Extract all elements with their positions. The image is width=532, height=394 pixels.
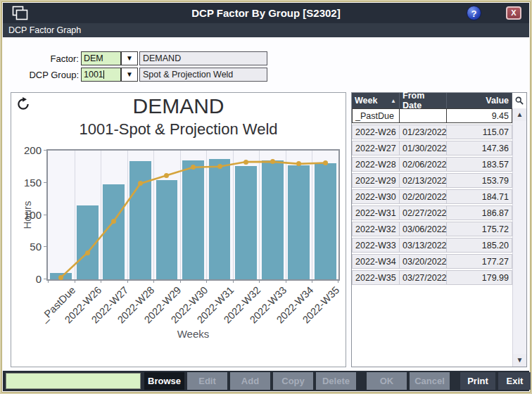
table-row[interactable]: 2022-W3303/13/2022185.20 xyxy=(352,238,512,253)
table-row[interactable]: 2022-W2902/13/2022153.79 xyxy=(352,173,512,188)
window-title: DCP Factor By Group [S2302] xyxy=(3,7,529,19)
vertical-scrollbar[interactable]: ▲ ▼ xyxy=(512,108,526,367)
dcp-group-dropdown-icon[interactable]: ▼ xyxy=(121,68,138,82)
x-tick-mark xyxy=(180,279,181,283)
line-marker xyxy=(58,275,63,280)
cell-week: 2022-W27 xyxy=(352,141,400,155)
y-tick-mark xyxy=(44,215,48,215)
cell-date: 03/13/2022 xyxy=(400,238,447,253)
cell-value: 179.99 xyxy=(447,270,512,285)
cell-week: 2022-W31 xyxy=(352,205,400,220)
column-header-from-date[interactable]: From Date xyxy=(400,93,447,108)
copy-button: Copy xyxy=(273,372,313,390)
cascade-windows-icon[interactable] xyxy=(12,6,29,21)
x-tick-mark xyxy=(286,279,286,283)
cell-value: 147.36 xyxy=(447,141,512,155)
dialog-window: DCP Factor By Group [S2302] ? X DCP Fact… xyxy=(0,0,532,394)
line-marker xyxy=(85,250,90,255)
cell-date: 01/23/2022 xyxy=(400,125,447,139)
cell-date: 02/20/2022 xyxy=(400,189,447,204)
help-button[interactable]: ? xyxy=(467,6,481,20)
line-marker xyxy=(243,160,248,165)
cell-value: 153.79 xyxy=(447,173,512,188)
column-header-week[interactable]: Week▲ xyxy=(352,93,400,108)
x-tick-mark xyxy=(153,279,154,283)
y-tick-label: 0 xyxy=(13,273,42,285)
table-row[interactable]: _PastDue9.45 xyxy=(352,108,512,123)
status-input[interactable] xyxy=(6,373,141,389)
table-row[interactable]: 2022-W2802/06/2022183.57 xyxy=(352,157,512,172)
toolbar-buttons: BrowseEditAddCopyDeleteOKCancelPrintExit xyxy=(144,372,531,390)
y-tick-label: 100 xyxy=(13,209,42,221)
cell-date: 02/06/2022 xyxy=(400,157,447,172)
table-header: Week▲ From Date Value xyxy=(352,93,526,108)
cell-date: 03/20/2022 xyxy=(400,254,447,269)
dcp-group-code-input[interactable]: 1001 xyxy=(81,68,121,82)
scroll-down-icon[interactable]: ▼ xyxy=(513,354,526,367)
x-tick-mark xyxy=(338,279,338,283)
x-tick-mark xyxy=(101,279,101,283)
cell-week: 2022-W26 xyxy=(352,125,400,139)
edit-button: Edit xyxy=(187,372,227,390)
y-tick-label: 150 xyxy=(13,177,42,189)
cell-week: 2022-W35 xyxy=(352,270,400,285)
factor-code-input[interactable]: DEM xyxy=(81,51,121,65)
data-table: Week▲ From Date Value _PastDue9.452022-W… xyxy=(351,92,527,367)
cell-value: 9.45 xyxy=(447,108,512,123)
cell-date: 03/06/2022 xyxy=(400,222,447,236)
dcp-group-name-field: Spot & Projection Weld xyxy=(139,68,267,82)
factor-name-field: DEMAND xyxy=(139,51,267,65)
ok-button: OK xyxy=(367,372,407,390)
cancel-button: Cancel xyxy=(410,372,450,390)
y-tick-mark xyxy=(44,246,48,247)
x-tick-mark xyxy=(259,279,260,283)
cell-value: 115.07 xyxy=(447,125,512,139)
cell-value: 183.57 xyxy=(447,157,512,172)
line-marker xyxy=(111,219,116,224)
app-bar-title: DCP Factor Graph xyxy=(3,23,529,37)
browse-button[interactable]: Browse xyxy=(144,372,184,390)
cell-date: 03/27/2022 xyxy=(400,270,447,285)
cell-week: 2022-W30 xyxy=(352,189,400,204)
y-tick-mark xyxy=(44,182,48,183)
table-row[interactable]: 2022-W2701/30/2022147.36 xyxy=(352,141,512,155)
table-row[interactable]: 2022-W3203/06/2022175.72 xyxy=(352,222,512,236)
search-icon[interactable] xyxy=(512,93,526,108)
cell-value: 186.87 xyxy=(447,205,512,220)
cell-value: 185.20 xyxy=(447,238,512,253)
column-header-value[interactable]: Value xyxy=(447,93,512,108)
cell-week: _PastDue xyxy=(352,108,400,123)
exit-button[interactable]: Exit xyxy=(498,372,531,390)
cell-date xyxy=(400,108,447,123)
table-row[interactable]: 2022-W3403/20/2022177.27 xyxy=(352,254,512,269)
cell-week: 2022-W34 xyxy=(352,254,400,269)
chart-title: DEMAND xyxy=(11,94,346,118)
cell-value: 177.27 xyxy=(447,254,512,269)
table-row[interactable]: 2022-W3503/27/2022179.99 xyxy=(352,270,512,285)
x-tick-mark xyxy=(75,279,75,283)
cell-week: 2022-W33 xyxy=(352,238,400,253)
line-marker xyxy=(323,160,328,165)
factor-label: Factor: xyxy=(1,53,79,64)
close-button[interactable]: X xyxy=(506,6,521,20)
print-button[interactable]: Print xyxy=(460,372,495,390)
chart-subtitle: 1001-Spot & Projection Weld xyxy=(11,120,346,139)
table-row[interactable]: 2022-W3002/20/2022184.71 xyxy=(352,189,512,204)
table-row[interactable]: 2022-W3102/27/2022186.87 xyxy=(352,205,512,220)
table-row[interactable]: 2022-W2601/23/2022115.07 xyxy=(352,125,512,139)
cell-value: 175.72 xyxy=(447,222,512,236)
cell-week: 2022-W32 xyxy=(352,222,400,236)
x-tick-mark xyxy=(206,279,207,283)
x-tick-mark xyxy=(312,279,312,283)
scroll-up-icon[interactable]: ▲ xyxy=(513,108,526,121)
factor-dropdown-icon[interactable]: ▼ xyxy=(121,51,138,65)
bottom-toolbar: BrowseEditAddCopyDeleteOKCancelPrintExit xyxy=(3,371,529,391)
average-line xyxy=(48,151,338,279)
cell-date: 01/30/2022 xyxy=(400,141,447,155)
cell-value: 184.71 xyxy=(447,189,512,204)
sort-asc-icon: ▲ xyxy=(391,98,396,104)
x-tick-mark xyxy=(48,279,49,283)
add-button: Add xyxy=(230,372,270,390)
table-body: _PastDue9.452022-W2601/23/2022115.072022… xyxy=(352,108,512,367)
x-tick-mark xyxy=(127,279,128,283)
